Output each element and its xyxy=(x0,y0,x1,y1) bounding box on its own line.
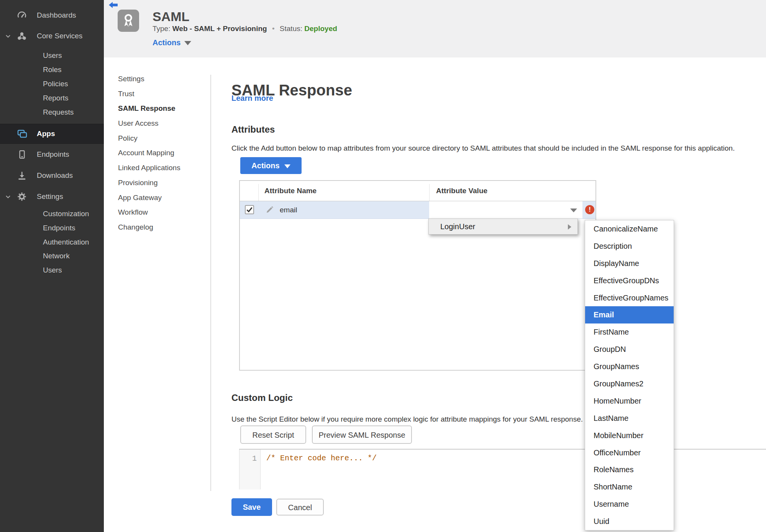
sidebar-item-label: Downloads xyxy=(37,171,73,180)
subnav-item[interactable]: Trust xyxy=(118,87,206,102)
app-window: Dashboards Core Services Users Roles Pol… xyxy=(0,0,766,532)
submenu-item[interactable]: EffectiveGroupNames xyxy=(585,289,674,307)
submenu-item[interactable]: GroupNames2 xyxy=(585,375,674,392)
sidebar-item-network[interactable]: Network xyxy=(0,249,104,263)
sidebar-item-core-services[interactable]: Core Services xyxy=(0,29,104,43)
gear-icon xyxy=(17,192,27,202)
sidebar-item-label: Customization xyxy=(43,210,89,218)
subnav-item[interactable]: User Access xyxy=(118,116,206,131)
caret-down-icon xyxy=(184,41,191,45)
script-editor-code[interactable]: /* Enter code here... */ xyxy=(266,454,377,463)
column-header-attribute-value: Attribute Value xyxy=(436,181,487,201)
reset-script-button[interactable]: Reset Script xyxy=(240,425,306,444)
device-icon xyxy=(17,149,27,159)
subnav-item[interactable]: SAML Response xyxy=(118,101,206,116)
sidebar-item-customization[interactable]: Customization xyxy=(0,207,104,221)
learn-more-link[interactable]: Learn more xyxy=(231,94,273,103)
error-icon: ! xyxy=(585,205,594,214)
script-editor-gutter: 1 xyxy=(239,450,261,489)
sidebar-item-label: Apps xyxy=(37,130,55,138)
subnav-item[interactable]: Provisioning xyxy=(118,176,206,190)
sidebar-item-settings[interactable]: Settings xyxy=(0,189,104,204)
sidebar-item-label: Endpoints xyxy=(43,224,75,232)
sidebar-item-label: Settings xyxy=(37,192,63,201)
download-icon xyxy=(17,171,27,181)
sidebar-item-label: Users xyxy=(43,266,62,274)
subnav-item[interactable]: Linked Applications xyxy=(118,161,206,176)
submenu-item[interactable]: Username xyxy=(585,496,674,513)
chevron-down-icon xyxy=(5,33,11,39)
header-actions-label: Actions xyxy=(153,38,180,47)
sidebar-item-label: Network xyxy=(43,252,70,260)
submenu-item[interactable]: FirstName xyxy=(585,323,674,341)
attributes-heading: Attributes xyxy=(231,124,275,135)
value-submenu: CanonicalizeName Description DisplayName… xyxy=(585,220,674,530)
sidebar: Dashboards Core Services Users Roles Pol… xyxy=(0,0,104,532)
preview-saml-response-button[interactable]: Preview SAML Response xyxy=(312,425,412,444)
sidebar-item-users-settings[interactable]: Users xyxy=(0,263,104,277)
caret-down-icon xyxy=(284,164,290,168)
submenu-item[interactable]: Email xyxy=(585,306,674,323)
sidebar-item-policies[interactable]: Policies xyxy=(0,77,104,91)
dropdown-caret-icon xyxy=(570,209,577,212)
subnav-item[interactable]: Workflow xyxy=(118,205,206,220)
custom-logic-heading: Custom Logic xyxy=(231,392,293,403)
value-menu-label: LoginUser xyxy=(440,222,475,231)
back-arrow-icon[interactable] xyxy=(109,2,118,9)
submenu-item[interactable]: GroupDN xyxy=(585,341,674,358)
row-checkbox[interactable] xyxy=(245,205,254,214)
submenu-item[interactable]: Uuid xyxy=(585,513,674,530)
actions-button-label: Actions xyxy=(251,161,279,170)
type-label: Type: xyxy=(153,25,170,33)
subnav-item[interactable]: Account Mapping xyxy=(118,146,206,161)
sidebar-item-reports[interactable]: Reports xyxy=(0,91,104,105)
sidebar-item-label: Roles xyxy=(43,66,62,74)
submenu-item[interactable]: MobileNumber xyxy=(585,427,674,444)
sidebar-item-downloads[interactable]: Downloads xyxy=(0,168,104,183)
subnav-item[interactable]: Settings xyxy=(118,72,206,87)
attribute-name-cell: email xyxy=(280,201,297,218)
submenu-item[interactable]: GroupNames xyxy=(585,358,674,375)
submenu-item[interactable]: Description xyxy=(585,238,674,255)
sidebar-item-requests[interactable]: Requests xyxy=(0,105,104,120)
script-editor-border xyxy=(239,449,766,450)
sidebar-item-endpoints-settings[interactable]: Endpoints xyxy=(0,221,104,235)
value-menu-loginuser[interactable]: LoginUser xyxy=(428,218,578,235)
subnav-item[interactable]: App Gateway xyxy=(118,190,206,205)
submenu-item[interactable]: RoleNames xyxy=(585,461,674,478)
sidebar-item-label: Users xyxy=(43,51,62,60)
sidebar-item-endpoints[interactable]: Endpoints xyxy=(0,147,104,162)
attribute-value-dropdown[interactable] xyxy=(429,201,582,218)
header-actions-menu[interactable]: Actions xyxy=(153,38,191,47)
sidebar-item-authentication[interactable]: Authentication xyxy=(0,235,104,250)
sidebar-item-dashboards[interactable]: Dashboards xyxy=(0,8,104,23)
sidebar-item-roles[interactable]: Roles xyxy=(0,62,104,77)
sidebar-item-users[interactable]: Users xyxy=(0,48,104,63)
cancel-button[interactable]: Cancel xyxy=(276,499,324,516)
submenu-item[interactable]: HomeNumber xyxy=(585,392,674,410)
sidebar-item-label: Endpoints xyxy=(37,150,69,159)
table-row: email ! xyxy=(240,201,595,219)
submenu-item[interactable]: EffectiveGroupDNs xyxy=(585,272,674,289)
save-button[interactable]: Save xyxy=(231,498,272,516)
line-number: 1 xyxy=(252,454,257,463)
sidebar-item-label: Requests xyxy=(43,108,74,117)
attributes-table: Attribute Name Attribute Value email ! xyxy=(239,180,596,371)
submenu-item[interactable]: ShortName xyxy=(585,478,674,496)
sidebar-item-label: Dashboards xyxy=(37,11,76,20)
edit-pencil-icon[interactable] xyxy=(266,206,274,213)
subnav-item[interactable]: Policy xyxy=(118,131,206,146)
type-value: Web - SAML + Provisioning xyxy=(172,25,267,33)
attributes-actions-button[interactable]: Actions xyxy=(240,157,302,174)
sidebar-item-apps[interactable]: Apps xyxy=(0,124,104,144)
submenu-item[interactable]: LastName xyxy=(585,410,674,427)
submenu-item[interactable]: DisplayName xyxy=(585,255,674,272)
core-services-icon xyxy=(17,31,27,41)
sidebar-item-label: Core Services xyxy=(37,32,82,40)
subnav-item[interactable]: Changelog xyxy=(118,220,206,235)
submenu-item[interactable]: CanonicalizeName xyxy=(585,220,674,238)
saml-app-icon xyxy=(118,10,139,32)
subnav-divider xyxy=(210,75,211,491)
submenu-item[interactable]: OfficeNumber xyxy=(585,444,674,461)
column-header-attribute-name: Attribute Name xyxy=(264,181,317,201)
